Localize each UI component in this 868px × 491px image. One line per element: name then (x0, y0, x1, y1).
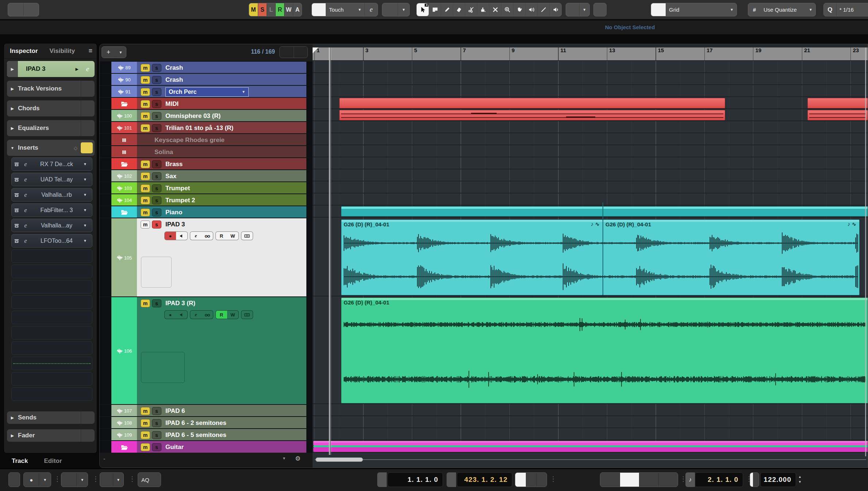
insert-slot-empty[interactable] (11, 265, 92, 278)
mute-button[interactable]: m (141, 100, 150, 108)
track-filter-button[interactable] (280, 47, 294, 58)
track-icon-cell[interactable]: 90 (111, 74, 137, 86)
track-icon-cell[interactable] (111, 158, 137, 170)
horizontal-scrollbar-track[interactable] (315, 459, 866, 460)
audio-record-menu[interactable]: ▼ (76, 473, 88, 487)
automation-listen-button[interactable]: L (267, 3, 275, 16)
track-icon-cell[interactable] (111, 206, 137, 218)
insert-edit-icon[interactable]: e (21, 161, 30, 168)
track-row[interactable]: 105 m sIPAD 3 ● e oo R W (100, 218, 313, 297)
zoom-tool[interactable] (501, 3, 513, 16)
punch-in-button[interactable] (526, 473, 536, 487)
track-icon-cell[interactable]: 104 (111, 194, 137, 206)
track-icon-cell[interactable] (111, 98, 137, 110)
track-search-button[interactable] (294, 47, 307, 58)
section-fader[interactable]: ▶ Fader (7, 429, 95, 442)
track-icon-cell[interactable]: 100 (111, 110, 137, 122)
track-name-edit[interactable]: Orch Perc▼ (165, 87, 249, 97)
track-row[interactable]: 100 m sOmnisphere 03 (R) (100, 110, 313, 122)
insert-slot-empty[interactable] (11, 280, 92, 294)
mute-button[interactable]: m (141, 124, 150, 132)
tempo-spinner[interactable]: ▲▼ (798, 474, 802, 484)
mute-button[interactable]: m (141, 196, 150, 204)
audition-tool[interactable] (525, 3, 537, 16)
solo-button[interactable]: s (152, 431, 161, 439)
time-format-button[interactable]: ♪ (685, 472, 695, 487)
object-selection-tool[interactable]: ◄ (417, 3, 429, 16)
record-enable-button[interactable]: ● (165, 311, 176, 319)
midi-region[interactable] (807, 110, 868, 120)
track-icon-cell[interactable]: 106 (111, 297, 137, 405)
automation-mute-button[interactable]: M (249, 3, 258, 16)
midi-record-mode-button[interactable] (100, 473, 113, 487)
track-icon-cell[interactable]: 103 (111, 182, 137, 194)
track-row[interactable]: m sMIDI (100, 98, 313, 110)
mute-button[interactable]: m (141, 160, 150, 168)
play-button[interactable] (639, 473, 658, 487)
quantize-value-select[interactable]: * 1/16 (836, 3, 868, 16)
snap-button[interactable] (651, 3, 666, 16)
track-row[interactable]: 102 m sSax (100, 170, 313, 182)
automation-write-button[interactable]: W (284, 3, 293, 16)
track-row[interactable]: 104 m sTrumpet 2 (100, 194, 313, 206)
mute-tool[interactable] (489, 3, 501, 16)
solo-button[interactable]: s (152, 160, 161, 168)
track-icon-cell[interactable] (111, 441, 137, 453)
inspector-track-header[interactable]: ▶ IPAD 3 ▶ e (7, 61, 95, 77)
folder-part-guitar[interactable] (313, 441, 868, 445)
audio-record-mode-button[interactable] (61, 473, 76, 487)
left-locator-display[interactable]: 1. 1. 1. 0 (387, 472, 443, 487)
insert-bypass-icon[interactable] (12, 191, 21, 198)
track-row[interactable]: 109 m sIPAD 6 - 5 semitones (100, 429, 313, 441)
solo-button[interactable]: s (152, 443, 161, 451)
drag-handle[interactable]: ⋮ (92, 475, 98, 483)
edit-channel-button[interactable]: e (190, 232, 202, 240)
insert-bypass-icon[interactable] (12, 161, 21, 168)
show-lanes-button[interactable] (241, 232, 253, 240)
color-tool-button[interactable] (566, 3, 579, 16)
quantize-preset-select[interactable]: Use Quantize▼ (761, 3, 815, 16)
solo-button[interactable]: s (152, 220, 161, 229)
mute-button[interactable]: m (141, 112, 150, 120)
solo-button[interactable]: s (152, 64, 161, 72)
record-mode-menu[interactable]: ▼ (39, 473, 51, 487)
event-display[interactable]: G26 (D) (R)_04-01 ♪ ∿ G26 (D) (R)_04-01 … (313, 61, 868, 453)
drag-handle[interactable]: ⋮ (129, 475, 135, 483)
time-display[interactable]: 2. 1. 1. 0 (695, 472, 743, 487)
solo-button[interactable]: s (152, 100, 161, 108)
insert-edit-icon[interactable]: e (21, 176, 30, 183)
insert-slot[interactable]: e RX 7 De...ck ▼ (11, 157, 92, 171)
glue-tool[interactable] (477, 3, 489, 16)
stop-button[interactable] (620, 473, 639, 487)
mute-button[interactable]: m (141, 184, 150, 192)
track-icon-cell[interactable] (111, 134, 137, 146)
track-row[interactable]: 101 m sTrilian 01 sto på -13 (R) (100, 122, 313, 134)
insert-edit-icon[interactable]: e (21, 238, 30, 244)
track-icon-cell[interactable]: 91 (111, 86, 137, 98)
insert-slot-empty[interactable] (11, 326, 92, 340)
automation-icon-button[interactable] (312, 3, 326, 16)
inspector-menu-icon[interactable]: ≡ (88, 47, 92, 55)
monitor-button[interactable] (176, 232, 187, 240)
drag-handle[interactable]: ⋮ (54, 475, 60, 483)
record-enable-button[interactable]: ● (165, 232, 176, 240)
insert-slot-empty[interactable] (11, 295, 92, 309)
constrain-delay-button[interactable] (9, 473, 15, 487)
tab-inspector[interactable]: Inspector (4, 47, 44, 55)
mute-button[interactable]: m (141, 64, 150, 72)
insert-edit-icon[interactable]: e (21, 222, 30, 229)
solo-button[interactable]: s (152, 208, 161, 216)
insert-slot-empty[interactable] (11, 357, 92, 370)
track-row[interactable]: m sGuitar (100, 441, 313, 453)
solo-button[interactable]: s (152, 407, 161, 415)
right-locator-display[interactable]: 423. 1. 2. 12 (457, 472, 512, 487)
vertical-scrollbar[interactable] (865, 47, 866, 456)
midi-record-menu[interactable]: ▼ (113, 473, 123, 487)
inserts-bypass-button[interactable] (80, 142, 93, 153)
split-tool[interactable] (465, 3, 477, 16)
track-icon-cell[interactable]: 107 (111, 405, 137, 417)
mute-button[interactable]: m (141, 220, 150, 229)
section-inserts[interactable]: ▼ Inserts ◇ (7, 140, 95, 156)
channel-link-icon[interactable]: oo (202, 232, 213, 240)
mute-button[interactable]: m (141, 299, 150, 307)
